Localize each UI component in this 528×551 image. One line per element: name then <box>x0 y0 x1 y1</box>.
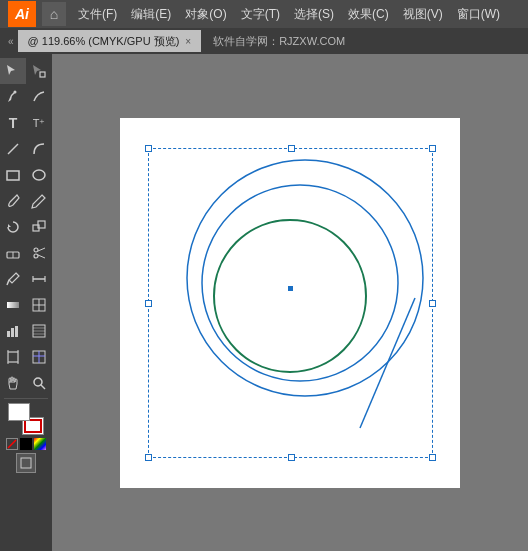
menu-select[interactable]: 选择(S) <box>288 4 340 25</box>
toolbar-divider <box>4 398 48 399</box>
color-swatch[interactable] <box>34 438 46 450</box>
selection-box <box>148 148 433 458</box>
screen-mode-area <box>16 453 36 473</box>
svg-rect-0 <box>40 72 45 77</box>
home-button[interactable]: ⌂ <box>42 2 66 26</box>
handle-middle-right[interactable] <box>429 300 436 307</box>
scissors-tool[interactable] <box>26 240 52 266</box>
selection-tool[interactable] <box>0 58 26 84</box>
tab-label: @ 119.66% (CMYK/GPU 预览) <box>28 34 180 49</box>
svg-point-45 <box>214 220 366 372</box>
type-tool[interactable]: T <box>0 110 26 136</box>
toolbar: T T⁺ <box>0 54 52 551</box>
paintbrush-tool[interactable] <box>0 188 26 214</box>
menu-bar: 文件(F) 编辑(E) 对象(O) 文字(T) 选择(S) 效果(C) 视图(V… <box>72 4 506 25</box>
svg-rect-47 <box>288 286 293 291</box>
screen-mode-button[interactable] <box>16 453 36 473</box>
bar-chart-tool[interactable] <box>26 318 52 344</box>
eraser-tool[interactable] <box>0 240 26 266</box>
panel-collapse-button[interactable]: « <box>4 36 18 47</box>
hand-tool[interactable] <box>0 370 26 396</box>
fill-stroke-area[interactable] <box>8 403 44 435</box>
fill-swatch[interactable] <box>8 403 30 421</box>
svg-line-46 <box>360 298 415 428</box>
title-bar: Ai ⌂ 文件(F) 编辑(E) 对象(O) 文字(T) 选择(S) 效果(C)… <box>0 0 528 28</box>
quick-color-actions <box>6 438 46 450</box>
handle-middle-left[interactable] <box>145 300 152 307</box>
touch-type-tool[interactable]: T⁺ <box>26 110 52 136</box>
artboard-tool[interactable] <box>0 344 26 370</box>
svg-rect-23 <box>11 328 14 337</box>
slice-tool[interactable] <box>26 344 52 370</box>
gradient-tool[interactable] <box>0 292 26 318</box>
canvas-svg <box>120 118 460 488</box>
none-swatch[interactable] <box>6 438 18 450</box>
ellipse-tool[interactable] <box>26 162 52 188</box>
svg-point-11 <box>34 254 38 258</box>
svg-rect-24 <box>15 326 18 337</box>
svg-point-10 <box>34 248 38 252</box>
scale-tool[interactable] <box>26 214 52 240</box>
handle-bottom-left[interactable] <box>145 454 152 461</box>
zoom-tool[interactable] <box>26 370 52 396</box>
svg-point-37 <box>34 378 42 386</box>
rectangle-tool[interactable] <box>0 162 26 188</box>
chart-tool[interactable] <box>0 318 26 344</box>
menu-object[interactable]: 对象(O) <box>179 4 232 25</box>
svg-line-13 <box>38 255 45 258</box>
svg-point-4 <box>33 170 45 180</box>
svg-rect-29 <box>8 352 18 362</box>
canvas-area <box>52 54 528 551</box>
svg-marker-5 <box>8 224 11 227</box>
eyedropper-tool[interactable] <box>0 266 26 292</box>
arc-tool[interactable] <box>26 136 52 162</box>
handle-top-left[interactable] <box>145 145 152 152</box>
site-info: 软件自学网：RJZXW.COM <box>201 34 345 49</box>
svg-point-44 <box>202 185 398 381</box>
svg-rect-18 <box>7 302 19 308</box>
svg-rect-22 <box>7 331 10 337</box>
measure-tool[interactable] <box>26 266 52 292</box>
menu-type[interactable]: 文字(T) <box>235 4 286 25</box>
menu-edit[interactable]: 编辑(E) <box>125 4 177 25</box>
svg-line-39 <box>8 440 16 448</box>
svg-rect-3 <box>7 171 19 180</box>
direct-selection-tool[interactable] <box>26 58 52 84</box>
rotate-tool[interactable] <box>0 214 26 240</box>
black-swatch[interactable] <box>20 438 32 450</box>
menu-window[interactable]: 窗口(W) <box>451 4 506 25</box>
menu-file[interactable]: 文件(F) <box>72 4 123 25</box>
mesh-tool[interactable] <box>26 292 52 318</box>
ai-logo: Ai <box>8 1 36 27</box>
handle-top-right[interactable] <box>429 145 436 152</box>
svg-rect-40 <box>21 458 31 468</box>
svg-point-43 <box>187 160 423 396</box>
pencil-tool[interactable] <box>26 188 52 214</box>
handle-bottom-right[interactable] <box>429 454 436 461</box>
tab-bar: « @ 119.66% (CMYK/GPU 预览) × 软件自学网：RJZXW.… <box>0 28 528 54</box>
svg-point-42 <box>212 210 368 366</box>
handle-bottom-center[interactable] <box>288 454 295 461</box>
menu-effect[interactable]: 效果(C) <box>342 4 395 25</box>
pen-tool[interactable] <box>0 84 26 110</box>
tab-close-button[interactable]: × <box>185 36 191 47</box>
svg-line-14 <box>7 280 9 285</box>
handle-top-center[interactable] <box>288 145 295 152</box>
svg-line-2 <box>8 144 18 154</box>
svg-line-38 <box>41 385 45 389</box>
svg-line-12 <box>38 248 45 251</box>
active-tab[interactable]: @ 119.66% (CMYK/GPU 预览) × <box>18 30 202 52</box>
menu-view[interactable]: 视图(V) <box>397 4 449 25</box>
main-area: T T⁺ <box>0 54 528 551</box>
svg-point-1 <box>14 91 17 94</box>
artboard[interactable] <box>120 118 460 488</box>
line-segment-tool[interactable] <box>0 136 26 162</box>
freeform-pen-tool[interactable] <box>26 84 52 110</box>
